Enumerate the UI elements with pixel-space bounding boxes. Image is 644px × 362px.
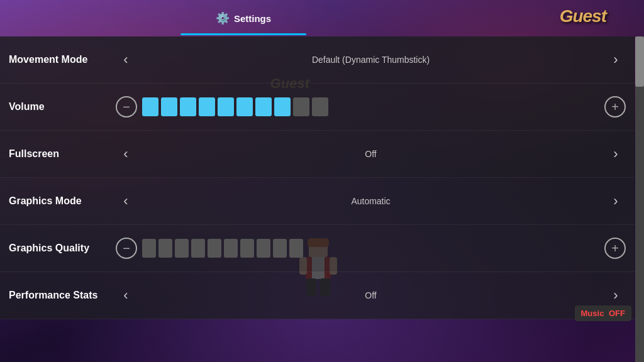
qual-seg-6[interactable]: [224, 239, 238, 258]
vol-seg-6[interactable]: [236, 97, 253, 116]
vol-seg-8[interactable]: [274, 97, 291, 116]
fullscreen-next[interactable]: ›: [606, 144, 626, 164]
graphics-quality-decrease[interactable]: −: [116, 238, 137, 259]
qual-seg-3[interactable]: [175, 239, 189, 258]
vol-seg-1[interactable]: [142, 97, 158, 116]
vol-seg-4[interactable]: [199, 97, 215, 116]
volume-bar: [142, 97, 599, 116]
settings-label: Settings: [234, 13, 271, 24]
performance-stats-prev[interactable]: ‹: [116, 285, 136, 305]
graphics-mode-control: ‹ Automatic ›: [116, 191, 626, 211]
fullscreen-control: ‹ Off ›: [116, 144, 626, 164]
volume-increase[interactable]: +: [604, 96, 626, 118]
graphics-quality-increase[interactable]: +: [604, 238, 626, 259]
quality-bar: [142, 239, 599, 258]
graphics-quality-row: Graphics Quality − +: [0, 225, 635, 272]
vol-seg-10[interactable]: [312, 97, 328, 116]
movement-mode-label: Movement Mode: [9, 54, 116, 65]
performance-stats-value: Off: [141, 290, 601, 300]
movement-mode-control: ‹ Default (Dynamic Thumbstick) ›: [116, 50, 626, 70]
settings-icon: ⚙️: [216, 11, 230, 25]
movement-mode-prev[interactable]: ‹: [116, 50, 136, 70]
bg-guest-sign-right: Guest: [560, 6, 606, 26]
performance-stats-row: Performance Stats ‹ Off ›: [0, 272, 635, 319]
fullscreen-label: Fullscreen: [9, 148, 116, 160]
graphics-quality-label: Graphics Quality: [9, 243, 116, 254]
scrollbar-thumb[interactable]: [635, 36, 644, 87]
volume-row: Volume − +: [0, 84, 635, 131]
vol-seg-2[interactable]: [161, 97, 177, 116]
volume-decrease[interactable]: −: [116, 96, 137, 118]
performance-stats-label: Performance Stats: [9, 290, 116, 301]
fullscreen-prev[interactable]: ‹: [116, 144, 136, 164]
graphics-mode-next[interactable]: ›: [606, 191, 626, 211]
qual-seg-2[interactable]: [158, 239, 172, 258]
movement-mode-next[interactable]: ›: [606, 50, 626, 70]
qual-seg-8[interactable]: [257, 239, 270, 258]
qual-seg-1[interactable]: [142, 239, 156, 258]
music-badge-status: OFF: [609, 309, 625, 318]
graphics-mode-label: Graphics Mode: [9, 195, 116, 207]
music-badge[interactable]: Music OFF: [575, 305, 631, 321]
vol-seg-7[interactable]: [255, 97, 272, 116]
fullscreen-value: Off: [141, 149, 601, 159]
performance-stats-next[interactable]: ›: [606, 285, 626, 305]
vol-seg-3[interactable]: [180, 97, 196, 116]
volume-control: − +: [116, 96, 626, 118]
fullscreen-row: Fullscreen ‹ Off ›: [0, 131, 635, 178]
music-badge-label: Music: [581, 309, 604, 318]
performance-stats-control: ‹ Off ›: [116, 285, 626, 305]
scrollbar-track[interactable]: [635, 36, 644, 362]
movement-mode-row: Movement Mode ‹ Default (Dynamic Thumbst…: [0, 36, 635, 84]
qual-seg-5[interactable]: [208, 239, 221, 258]
graphics-mode-row: Graphics Mode ‹ Automatic ›: [0, 178, 635, 225]
vol-seg-5[interactable]: [218, 97, 234, 116]
qual-seg-4[interactable]: [191, 239, 205, 258]
graphics-mode-prev[interactable]: ‹: [116, 191, 136, 211]
nav-settings[interactable]: ⚙️ Settings: [165, 6, 322, 30]
movement-mode-value: Default (Dynamic Thumbstick): [141, 55, 601, 65]
qual-seg-9[interactable]: [273, 239, 287, 258]
graphics-mode-value: Automatic: [141, 196, 601, 206]
volume-label: Volume: [9, 101, 116, 112]
qual-seg-7[interactable]: [240, 239, 254, 258]
graphics-quality-control: − +: [116, 238, 626, 259]
qual-seg-10[interactable]: [289, 239, 303, 258]
vol-seg-9[interactable]: [293, 97, 309, 116]
